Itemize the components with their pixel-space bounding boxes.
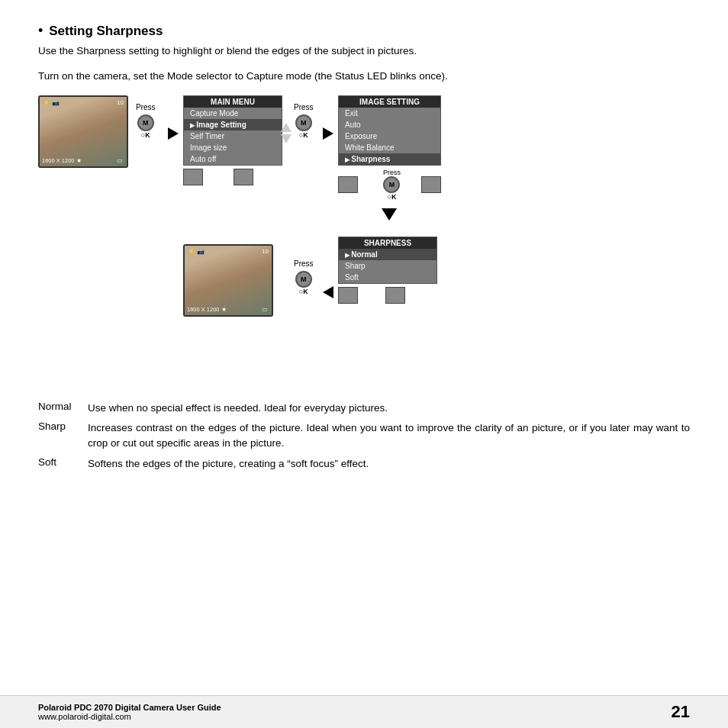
- desc-sharp: Sharp Increases contrast on the edges of…: [38, 420, 690, 452]
- bullet: •: [38, 23, 43, 38]
- page-number: 21: [672, 702, 690, 722]
- page: • Setting Sharpness Use the Sharpness se…: [0, 0, 728, 728]
- menu-item-image-size[interactable]: Image size: [184, 142, 282, 153]
- footer-left: Polaroid PDC 2070 Digital Camera User Gu…: [38, 703, 221, 721]
- press-label-3: Press: [383, 169, 401, 176]
- image-setting-panel: IMAGE SETTING Exit Auto Exposure White B…: [338, 95, 441, 201]
- ok-label-1: ○K: [141, 131, 150, 139]
- cam2-icon2: ▭: [262, 306, 268, 313]
- sharp-nav-up[interactable]: [338, 287, 358, 304]
- m-button-1[interactable]: M: [137, 114, 154, 131]
- m-button-4[interactable]: M: [295, 271, 312, 288]
- cam2-resolution: 1600 X 1200 ★: [187, 306, 227, 313]
- main-menu-nav: [183, 169, 282, 185]
- img-nav-down[interactable]: [421, 176, 441, 193]
- intro-text-1: Use the Sharpness setting to highlight o…: [38, 43, 690, 60]
- footer-brand: Polaroid PDC 2070 Digital Camera User Gu…: [38, 703, 221, 712]
- img-menu-sharpness[interactable]: Sharpness: [339, 153, 440, 165]
- arrow-right-2: [323, 127, 333, 140]
- img-nav-up[interactable]: [338, 176, 358, 193]
- camera-screen-1: ⚡ 📷 10 1600 X 1200 ★ ▭: [38, 95, 128, 168]
- image-setting-header: IMAGE SETTING: [339, 96, 440, 108]
- sharpness-header: SHARPNESS: [339, 237, 436, 249]
- main-menu-scroll: [281, 123, 292, 143]
- press-block-4: Press M ○K: [294, 259, 314, 295]
- image-setting-nav: Press M ○K: [338, 169, 441, 201]
- cam2-icons: ⚡ 📷: [188, 248, 205, 255]
- main-menu-down[interactable]: [234, 169, 253, 185]
- cam2-number: 10: [262, 248, 269, 255]
- desc-normal: Normal Use when no special effect is nee…: [38, 401, 690, 416]
- term-normal: Normal: [38, 401, 88, 416]
- arrow-left-1: [323, 286, 333, 298]
- img-menu-exposure[interactable]: Exposure: [339, 130, 440, 142]
- cam1-resolution: 1600 X 1200 ★: [42, 157, 82, 164]
- cam1-icons: ⚡ 📷: [43, 99, 60, 106]
- ok-label-2: ○K: [299, 131, 308, 139]
- desc-soft: Soft Softens the edges of the picture, c…: [38, 456, 690, 472]
- cam1-icon2: ▭: [117, 157, 123, 164]
- footer: Polaroid PDC 2070 Digital Camera User Gu…: [0, 695, 728, 728]
- sharp-nav-down[interactable]: [385, 287, 405, 304]
- press-label-2: Press: [294, 103, 314, 111]
- main-menu-header: MAIN MENU: [184, 96, 282, 108]
- main-menu-panel: MAIN MENU Capture Mode Image Setting Sel…: [183, 95, 282, 185]
- page-title: Setting Sharpness: [49, 24, 163, 38]
- term-soft: Soft: [38, 456, 88, 472]
- press-block-1: Press M ○K: [136, 103, 156, 139]
- m-button-2[interactable]: M: [295, 114, 312, 131]
- cam1-number: 10: [117, 99, 124, 106]
- press-label-4: Press: [294, 259, 314, 268]
- img-menu-auto[interactable]: Auto: [339, 119, 440, 130]
- def-sharp: Increases contrast on the edges of the p…: [88, 420, 690, 452]
- down-arrow-block: [382, 208, 397, 221]
- term-sharp: Sharp: [38, 420, 88, 452]
- sharpness-panel: SHARPNESS Normal Sharp Soft: [338, 237, 437, 304]
- sharp-item-soft[interactable]: Soft: [339, 272, 436, 283]
- def-soft: Softens the edges of the picture, creati…: [88, 456, 690, 472]
- diagram: ⚡ 📷 10 1600 X 1200 ★ ▭ Press M ○K: [38, 95, 694, 393]
- menu-item-auto-off[interactable]: Auto off: [184, 153, 282, 165]
- sharp-item-sharp[interactable]: Sharp: [339, 260, 436, 272]
- m-button-3[interactable]: M: [383, 176, 400, 193]
- press-label-1: Press: [136, 103, 156, 111]
- descriptions: Normal Use when no special effect is nee…: [38, 401, 690, 472]
- img-menu-wb[interactable]: White Balance: [339, 142, 440, 153]
- ok-label-3: ○K: [388, 193, 397, 201]
- footer-website: www.polaroid-digital.com: [38, 712, 221, 721]
- camera-screen-2: ⚡ 📷 10 1600 X 1200 ★ ▭: [183, 244, 273, 317]
- img-menu-exit[interactable]: Exit: [339, 108, 440, 119]
- def-normal: Use when no special effect is needed. Id…: [88, 401, 690, 416]
- main-menu-up[interactable]: [183, 169, 203, 185]
- sharp-item-normal[interactable]: Normal: [339, 249, 436, 260]
- menu-item-self-timer[interactable]: Self Timer: [184, 130, 282, 142]
- ok-label-4: ○K: [299, 288, 308, 295]
- intro-text-2: Turn on the camera, set the Mode selecto…: [38, 69, 690, 85]
- sharpness-nav: [338, 287, 437, 304]
- menu-item-capture[interactable]: Capture Mode: [184, 108, 282, 119]
- menu-item-image-setting[interactable]: Image Setting: [184, 119, 282, 130]
- press-block-2: Press M ○K: [294, 103, 314, 139]
- arrow-right-1: [168, 127, 179, 140]
